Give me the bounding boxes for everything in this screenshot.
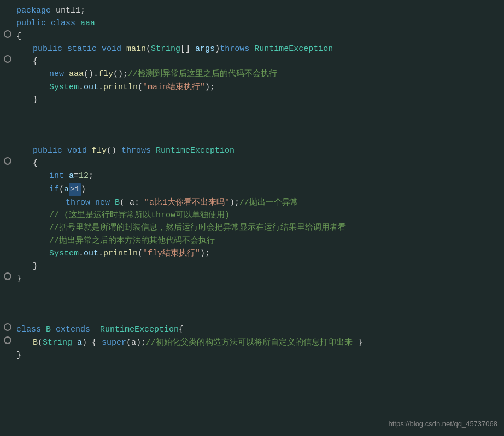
token-keyword: class [51, 17, 80, 30]
token-text: ); [205, 81, 215, 94]
token-comment: //检测到异常后这里之后的代码不会执行 [128, 68, 277, 80]
code-line-9: public void fly() throws RuntimeExceptio… [0, 144, 504, 157]
token-text: ( [138, 81, 143, 94]
token-comment: // (这里是运行时异常所以throw可以单独使用) [49, 209, 230, 222]
token-classname: aaa [80, 17, 95, 30]
token-keyword: void [102, 43, 126, 55]
token-keyword: throws [121, 144, 156, 157]
token-keyword: static [67, 43, 102, 55]
token-method: fly [98, 68, 113, 80]
code-line-7: System.out.println("main结束执行"); [0, 81, 504, 94]
token-variable: a [64, 183, 69, 196]
code-line-13: throw new B( a: "a比1大你看不出来吗");//抛出一个异常 [0, 196, 504, 209]
code-line-11: int a=12; [0, 170, 504, 182]
code-line-6: new aaa().fly();//检测到异常后这里之后的代码不会执行 [0, 68, 504, 80]
code-line-21: B(String a) { super(a);//初始化父类的构造方法可以将所自… [0, 336, 504, 349]
gutter-20 [0, 323, 15, 331]
token-text: . [98, 81, 103, 94]
code-line-20: class B extends RuntimeException{ [0, 323, 504, 336]
token-param: a [77, 336, 82, 349]
token-keyword: public [33, 43, 67, 55]
code-line-19: } [0, 272, 504, 285]
token-type: RuntimeException [156, 144, 235, 157]
breakpoint-icon [4, 55, 11, 63]
token-type: RuntimeException [254, 43, 333, 55]
token-type: RuntimeException [100, 323, 179, 336]
token-text: ); [230, 196, 239, 209]
code-line-14: // (这里是运行时异常所以throw可以单独使用) [0, 209, 504, 222]
token-string: "main结束执行" [143, 81, 205, 94]
token-brace: { [33, 157, 38, 170]
token-text: [] [180, 43, 195, 55]
token-keyword: new [49, 68, 69, 80]
token-brace: } [33, 94, 38, 106]
token-type: B [115, 196, 120, 209]
code-line-1: package untl1; [0, 4, 504, 17]
token-brace: } [16, 349, 21, 362]
gutter-5 [0, 55, 15, 63]
token-variable: out [84, 247, 98, 260]
token-type: String [151, 43, 180, 55]
token-method: println [103, 81, 138, 94]
token-brace: } [33, 260, 38, 272]
code-editor: package untl1; public class aaa { public… [0, 0, 504, 436]
code-line-16: //抛出异常之后的本方法的其他代码不会执行 [0, 235, 504, 247]
token-comment: //初始化父类的构造方法可以将所自定义的信息打印出来 [146, 336, 358, 349]
token-keyword: public [16, 17, 51, 30]
gutter-3 [0, 30, 15, 38]
code-line-12: if(a>1) [0, 183, 504, 196]
breakpoint-icon [4, 30, 11, 38]
token-highlight: >1 [69, 183, 81, 196]
token-text: ( [38, 336, 43, 349]
token-text: (). [84, 68, 98, 80]
code-line-22: } [0, 349, 504, 362]
token-text: ) [215, 43, 220, 55]
token-text: (a); [126, 336, 146, 349]
code-line-15: //括号里就是所谓的封装信息，然后运行时会把异常显示在运行结果里给调用者看 [0, 222, 504, 234]
token-comment: //括号里就是所谓的封装信息，然后运行时会把异常显示在运行结果里给调用者看 [49, 222, 346, 234]
token-method: B [33, 336, 38, 349]
token-classname: B [46, 323, 56, 336]
code-line-blank1 [0, 106, 504, 144]
token-comment: //抛出异常之后的本方法的其他代码不会执行 [49, 235, 215, 247]
token-keyword: new [95, 196, 115, 209]
token-text: . [79, 247, 84, 260]
token-keyword: class [16, 323, 46, 336]
breakpoint-icon [4, 336, 11, 344]
token-text: ( [138, 247, 143, 260]
token-text: ) [81, 183, 86, 196]
token-number: 12 [79, 170, 89, 182]
token-param: args [195, 43, 215, 55]
breakpoint-icon [4, 157, 11, 165]
code-line-2: public class aaa [0, 17, 504, 30]
token-keyword: if [49, 183, 59, 196]
token-text: (); [113, 68, 128, 80]
token-keyword: package [16, 4, 56, 17]
token-text: untl1; [56, 4, 85, 17]
code-line-17: System.out.println("fly结束执行"); [0, 247, 504, 260]
breakpoint-icon [4, 272, 11, 280]
watermark: https://blog.csdn.net/qq_45737068 [389, 418, 498, 429]
token-brace: { [16, 30, 21, 43]
token-brace: { [33, 55, 38, 68]
token-text: ( [146, 43, 151, 55]
token-type: String [43, 336, 77, 349]
token-type: System [49, 247, 79, 260]
code-line-10: { [0, 157, 504, 170]
token-text: () [107, 144, 121, 157]
token-variable: out [84, 81, 98, 94]
code-line-5: { [0, 55, 504, 68]
token-text: ( [59, 183, 64, 196]
token-brace: } [16, 272, 21, 285]
token-keyword: throw [66, 196, 95, 209]
token-keyword: throws [220, 43, 254, 55]
code-line-18: } [0, 260, 504, 272]
token-string: "a比1大你看不出来吗" [144, 196, 230, 209]
token-keyword: super [102, 336, 126, 349]
breakpoint-icon [4, 323, 11, 331]
token-comment: //抛出一个异常 [239, 196, 298, 209]
token-method: fly [92, 144, 107, 157]
token-text: . [79, 81, 84, 94]
token-type: System [49, 81, 79, 94]
token-keyword: void [67, 144, 92, 157]
